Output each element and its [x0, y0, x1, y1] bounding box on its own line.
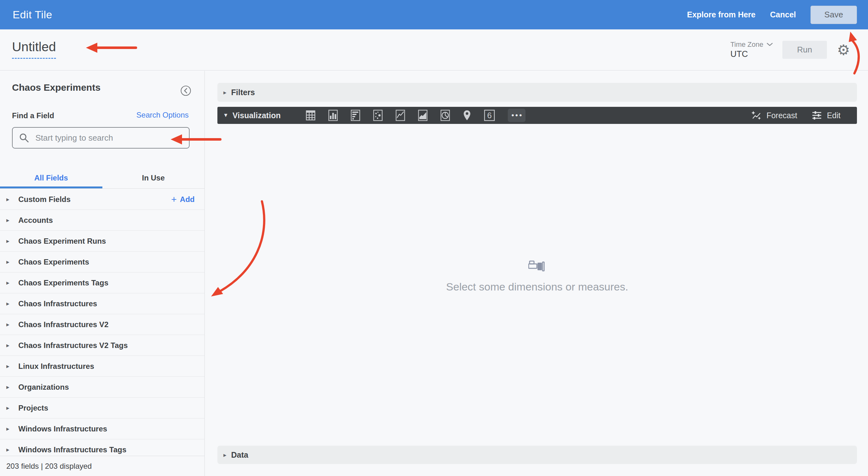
- explore-toolbar: Untitled Time Zone UTC Run ⚙: [0, 29, 868, 70]
- field-group-row[interactable]: ▸Organizations: [0, 377, 205, 397]
- explore-from-here-link[interactable]: Explore from Here: [687, 10, 755, 19]
- more-viz-types-button[interactable]: •••: [508, 109, 525, 122]
- empty-state-message: Select some dimensions or measures.: [217, 281, 857, 293]
- save-button[interactable]: Save: [810, 6, 857, 24]
- gear-icon[interactable]: ⚙: [837, 43, 850, 57]
- field-group-row[interactable]: ▸Chaos Infrastructures V2 Tags: [0, 335, 205, 356]
- timezone-label: Time Zone: [730, 41, 763, 48]
- filters-panel-header[interactable]: ▸ Filters: [217, 83, 857, 102]
- run-button[interactable]: Run: [782, 41, 827, 59]
- explore-main: ▸ Filters ▼ Visualization: [205, 71, 868, 476]
- expand-triangle-icon: ▸: [223, 89, 226, 96]
- viz-type-switcher: 6 •••: [306, 107, 525, 124]
- scatter-viz-icon[interactable]: [373, 110, 383, 121]
- toolbar-right-actions: Time Zone UTC Run ⚙: [730, 29, 850, 70]
- expand-triangle-icon: ▸: [6, 404, 18, 412]
- field-group-row[interactable]: ▸Chaos Infrastructures: [0, 293, 205, 314]
- timezone-value: UTC: [730, 50, 773, 59]
- edit-viz-button[interactable]: Edit: [812, 111, 840, 120]
- field-group-row[interactable]: ▸Chaos Experiments: [0, 251, 205, 272]
- collapse-sidebar-button[interactable]: [180, 85, 191, 96]
- bar-chart-viz-icon[interactable]: [351, 110, 360, 121]
- forecast-sparkle-icon: [751, 111, 762, 120]
- field-group-row[interactable]: ▸Projects: [0, 397, 205, 418]
- cancel-button[interactable]: Cancel: [770, 10, 796, 19]
- dialog-header: Edit Tile Explore from Here Cancel Save: [0, 0, 868, 29]
- table-viz-icon[interactable]: [306, 110, 315, 121]
- field-group-row[interactable]: ▸Accounts: [0, 210, 205, 231]
- add-custom-field-button[interactable]: + Add: [171, 194, 205, 205]
- tab-in-use[interactable]: In Use: [102, 168, 205, 188]
- field-group-row[interactable]: ▸Linux Infrastructures: [0, 356, 205, 377]
- expand-triangle-icon: ▸: [6, 300, 18, 307]
- visualization-panel-label[interactable]: Visualization: [232, 111, 281, 120]
- pie-chart-viz-icon[interactable]: [440, 110, 450, 121]
- plus-icon: +: [171, 194, 177, 205]
- expand-triangle-icon: ▸: [6, 362, 18, 370]
- area-chart-viz-icon[interactable]: [418, 110, 428, 121]
- expand-triangle-icon: ▸: [6, 321, 18, 328]
- field-search-box: [12, 127, 190, 149]
- field-count-status: 203 fields | 203 displayed: [0, 456, 205, 476]
- find-a-field-label: Find a Field: [12, 111, 54, 120]
- expand-triangle-icon: ▸: [6, 216, 18, 224]
- data-panel-header[interactable]: ▸ Data: [217, 446, 857, 464]
- sliders-icon: [812, 111, 822, 120]
- search-icon: [19, 133, 29, 143]
- field-tabs: All Fields In Use: [0, 168, 205, 189]
- tile-title-field[interactable]: Untitled: [12, 39, 56, 59]
- viz-empty-state: Select some dimensions or measures.: [217, 261, 857, 293]
- ellipsis-icon: •••: [510, 112, 523, 119]
- viz-right-actions: Forecast Edit: [751, 111, 857, 120]
- chevron-left-circle-icon: [180, 85, 191, 96]
- expand-triangle-icon: ▸: [6, 446, 18, 453]
- column-chart-viz-icon[interactable]: [328, 110, 338, 121]
- field-group-row[interactable]: ▸Chaos Experiments Tags: [0, 272, 205, 293]
- explore-name-title: Chaos Experiments: [12, 82, 100, 93]
- forecast-button[interactable]: Forecast: [751, 111, 797, 120]
- single-value-viz-icon[interactable]: 6: [484, 110, 495, 121]
- line-chart-viz-icon[interactable]: [396, 110, 405, 121]
- expand-triangle-icon: ▸: [223, 451, 226, 458]
- field-group-row-custom-fields[interactable]: ▸ Custom Fields + Add: [0, 189, 205, 210]
- search-options-link[interactable]: Search Options: [136, 111, 189, 119]
- edit-tile-dialog: Edit Tile Explore from Here Cancel Save …: [0, 0, 868, 476]
- tab-all-fields[interactable]: All Fields: [0, 168, 102, 188]
- svg-text:6: 6: [487, 111, 492, 120]
- field-group-row[interactable]: ▸Windows Infrastructures: [0, 418, 205, 439]
- timezone-selector[interactable]: Time Zone UTC: [730, 41, 773, 59]
- dialog-header-actions: Explore from Here Cancel Save: [687, 6, 857, 24]
- expand-triangle-icon: ▸: [6, 258, 18, 266]
- field-group-list: ▸ Custom Fields + Add ▸Accounts ▸Chaos E…: [0, 189, 205, 476]
- chevron-down-icon: [767, 43, 773, 47]
- flashlight-icon: [217, 261, 857, 273]
- expand-triangle-icon: ▸: [6, 196, 18, 203]
- field-group-row[interactable]: ▸Chaos Infrastructures V2: [0, 314, 205, 335]
- expand-triangle-icon: ▸: [6, 279, 18, 286]
- field-picker-sidebar: Chaos Experiments Find a Field Search Op…: [0, 71, 205, 476]
- expand-triangle-icon: ▸: [6, 383, 18, 391]
- expand-triangle-icon: ▸: [6, 425, 18, 433]
- caret-down-icon[interactable]: ▼: [223, 112, 228, 119]
- expand-triangle-icon: ▸: [6, 237, 18, 245]
- field-group-row[interactable]: ▸Chaos Experiment Runs: [0, 231, 205, 251]
- map-pin-viz-icon[interactable]: [463, 110, 471, 121]
- field-search-input[interactable]: [35, 133, 184, 143]
- visualization-bar: ▼ Visualization: [217, 107, 857, 124]
- expand-triangle-icon: ▸: [6, 342, 18, 349]
- dialog-title: Edit Tile: [13, 8, 52, 21]
